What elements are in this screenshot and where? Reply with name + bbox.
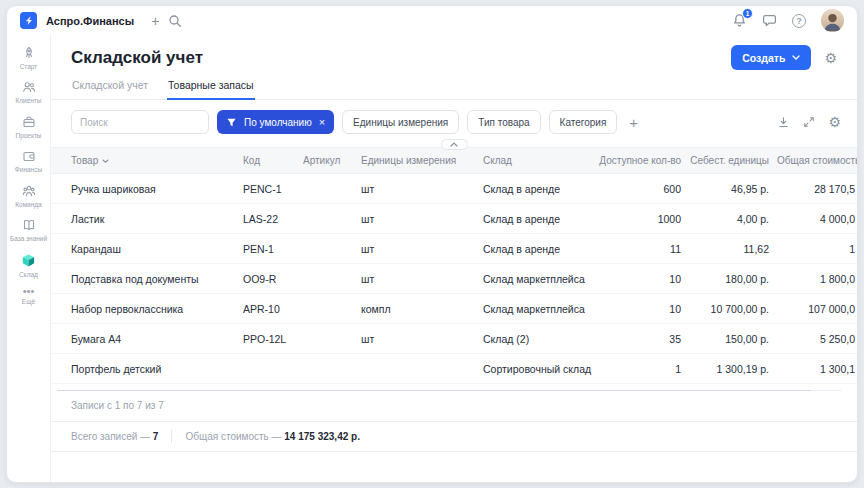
table-row[interactable]: Ластик LAS-22 шт Склад в аренде 1000 4,0… xyxy=(51,204,857,234)
cell-total: 107 000,0 xyxy=(777,294,857,324)
column-header-unit[interactable]: Единицы измерения xyxy=(361,148,483,174)
cell-unit-cost: 4,00 р. xyxy=(689,204,777,234)
cell-qty: 10 xyxy=(597,294,689,324)
cell-unit-cost: 46,95 р. xyxy=(689,174,777,204)
summary-bar: Всего записей — 7 Общая стоимость — 14 1… xyxy=(51,421,857,452)
sidebar-item-team[interactable]: Команда xyxy=(7,180,50,214)
summary-divider xyxy=(171,430,172,443)
notification-badge: 1 xyxy=(742,8,753,19)
column-header-warehouse[interactable]: Склад xyxy=(483,148,597,174)
sidebar-item-start[interactable]: Старт xyxy=(7,42,50,76)
app-window: Аспро.Финансы + 1 ? Старт xyxy=(6,5,858,483)
cell-code: LAS-22 xyxy=(243,204,303,234)
cell-sku xyxy=(303,354,361,384)
cell-sku xyxy=(303,264,361,294)
cell-unit: шт xyxy=(361,174,483,204)
search-icon[interactable] xyxy=(168,14,182,28)
cell-sku xyxy=(303,234,361,264)
column-header-sku[interactable]: Артикул xyxy=(303,148,361,174)
notifications-bell-icon[interactable]: 1 xyxy=(732,13,747,28)
rocket-icon xyxy=(22,46,36,60)
column-header-unit-cost[interactable]: Себест. единицы xyxy=(689,148,777,174)
collapse-filters-button[interactable] xyxy=(441,139,468,150)
cell-qty: 35 xyxy=(597,324,689,354)
sort-caret-icon xyxy=(102,159,109,163)
cell-sku xyxy=(303,294,361,324)
filter-chip-units[interactable]: Единицы измерения xyxy=(342,110,459,134)
cell-total: 4 000,0 xyxy=(777,204,857,234)
table-row[interactable]: Подставка под документы OO9-R шт Склад м… xyxy=(51,264,857,294)
user-avatar[interactable] xyxy=(821,9,844,32)
funnel-icon xyxy=(226,117,237,128)
export-download-icon[interactable] xyxy=(777,116,790,129)
sidebar-item-more[interactable]: ••• Ещё xyxy=(7,284,50,311)
topbar: Аспро.Финансы + 1 ? xyxy=(7,6,857,35)
cell-unit xyxy=(361,354,483,384)
table-row[interactable]: Набор первоклассника APR-10 компл Склад … xyxy=(51,294,857,324)
total-records-value: 7 xyxy=(153,431,159,442)
inventory-table: Товар Код Артикул Единицы измерения Скла… xyxy=(51,147,857,384)
warehouse-cube-icon xyxy=(21,253,36,268)
cell-qty: 600 xyxy=(597,174,689,204)
column-header-total-cost[interactable]: Общая стоимость xyxy=(777,148,857,174)
table-row[interactable]: Ручка шариковая PENC-1 шт Склад в аренде… xyxy=(51,174,857,204)
table-row[interactable]: Портфель детский Сортировочный склад 1 1… xyxy=(51,354,857,384)
cell-unit-cost: 1 300,19 р. xyxy=(689,354,777,384)
page-settings-gear-icon[interactable]: ⚙ xyxy=(824,51,837,65)
quick-add-icon[interactable]: + xyxy=(151,14,159,28)
cell-total: 1 800,0 xyxy=(777,264,857,294)
cell-code: PPO-12L xyxy=(243,324,303,354)
tab-warehouse-accounting[interactable]: Складской учет xyxy=(71,79,149,99)
column-header-code[interactable]: Код xyxy=(243,148,303,174)
cell-code xyxy=(243,354,303,384)
create-button[interactable]: Создать xyxy=(731,45,811,70)
topbar-actions: 1 ? xyxy=(732,9,844,32)
cell-unit: шт xyxy=(361,264,483,294)
cell-product: Набор первоклассника xyxy=(51,294,243,324)
filter-chip-product-type[interactable]: Тип товара xyxy=(467,110,540,134)
sidebar-item-knowledge-base[interactable]: База знаний xyxy=(7,214,50,248)
clear-filter-icon[interactable]: × xyxy=(319,117,325,128)
cell-code: APR-10 xyxy=(243,294,303,324)
chat-icon[interactable] xyxy=(762,13,777,28)
page-title: Складской учет xyxy=(71,48,203,68)
tab-goods-stock[interactable]: Товарные запасы xyxy=(167,79,255,100)
app-logo-icon[interactable] xyxy=(20,12,37,29)
cell-code: OO9-R xyxy=(243,264,303,294)
cell-unit: шт xyxy=(361,324,483,354)
filter-chip-category[interactable]: Категория xyxy=(549,110,618,134)
cell-unit: шт xyxy=(361,234,483,264)
sidebar-item-finance[interactable]: Финансы xyxy=(7,145,50,179)
tab-bar: Складской учет Товарные запасы xyxy=(51,79,857,100)
cell-qty: 11 xyxy=(597,234,689,264)
table-row[interactable]: Карандаш PEN-1 шт Склад в аренде 11 11,6… xyxy=(51,234,857,264)
total-cost-value: 14 175 323,42 р. xyxy=(284,431,360,442)
table-row[interactable]: Бумага А4 PPO-12L шт Склад (2) 35 150,00… xyxy=(51,324,857,354)
sidebar-item-projects[interactable]: Проекты xyxy=(7,111,50,145)
help-icon[interactable]: ? xyxy=(792,14,806,28)
cell-warehouse: Склад в аренде xyxy=(483,174,597,204)
records-info: Записи с 1 по 7 из 7 xyxy=(51,391,857,421)
cell-warehouse: Склад маркетплейса xyxy=(483,294,597,324)
sidebar-item-clients[interactable]: Клиенты xyxy=(7,76,50,110)
cell-product: Подставка под документы xyxy=(51,264,243,294)
cell-unit-cost: 150,00 р. xyxy=(689,324,777,354)
cell-total: 1 300,1 xyxy=(777,354,857,384)
expand-table-icon[interactable] xyxy=(803,116,815,128)
column-header-qty[interactable]: Доступное кол-во xyxy=(597,148,689,174)
cell-product: Портфель детский xyxy=(51,354,243,384)
sidebar-item-warehouse[interactable]: Склад xyxy=(7,249,50,284)
cell-unit: шт xyxy=(361,204,483,234)
cell-qty: 1000 xyxy=(597,204,689,234)
column-header-product[interactable]: Товар xyxy=(51,148,243,174)
total-records-stat: Всего записей — 7 xyxy=(71,431,158,442)
table-header-row: Товар Код Артикул Единицы измерения Скла… xyxy=(51,148,857,174)
main-content: Складской учет Создать ⚙ Складской учет … xyxy=(51,35,857,482)
search-input[interactable] xyxy=(71,110,209,134)
cell-warehouse: Склад (2) xyxy=(483,324,597,354)
cell-unit-cost: 180,00 р. xyxy=(689,264,777,294)
active-filter-chip[interactable]: По умолчанию × xyxy=(217,110,334,134)
table-settings-gear-icon[interactable]: ⚙ xyxy=(828,115,841,129)
total-cost-stat: Общая стоимость — 14 175 323,42 р. xyxy=(185,431,360,442)
add-filter-icon[interactable]: + xyxy=(625,115,642,130)
